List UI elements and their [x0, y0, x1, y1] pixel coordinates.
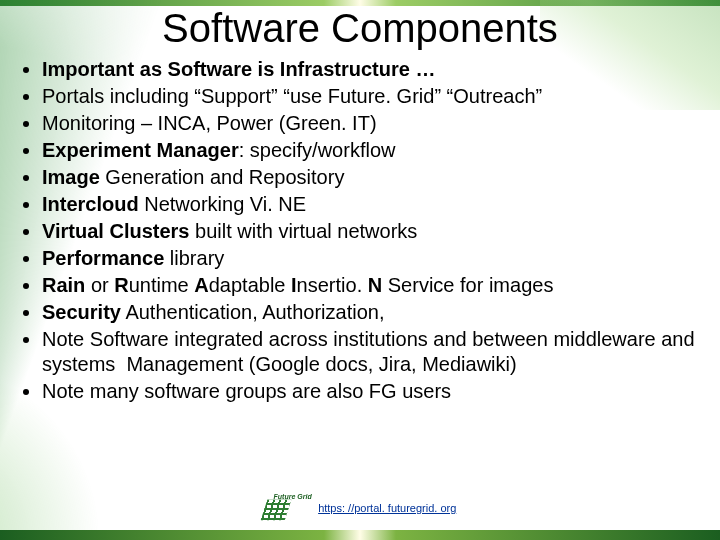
bullet-item: Rain or Runtime Adaptable Insertio. N Se… [42, 273, 700, 298]
slide-title: Software Components [20, 6, 700, 51]
bullet-item: Performance library [42, 246, 700, 271]
logo-text: Future Grid [274, 494, 312, 500]
bullet-item: Experiment Manager: specify/workflow [42, 138, 700, 163]
bullet-item: Important as Software is Infrastructure … [42, 57, 700, 82]
bullet-item: Note Software integrated across institut… [42, 327, 700, 377]
bottom-border [0, 530, 720, 540]
bullet-item: Security Authentication, Authorization, [42, 300, 700, 325]
bullet-item: Intercloud Networking Vi. NE [42, 192, 700, 217]
slide-footer: Future Grid https: //portal. futuregrid.… [0, 494, 720, 522]
bullet-item: Monitoring – INCA, Power (Green. IT) [42, 111, 700, 136]
bullet-item: Portals including “Support” “use Future.… [42, 84, 700, 109]
content-area: Software Components Important as Softwar… [0, 0, 720, 404]
bullet-item: Virtual Clusters built with virtual netw… [42, 219, 700, 244]
bullet-list: Important as Software is Infrastructure … [20, 57, 700, 404]
bullet-item: Note many software groups are also FG us… [42, 379, 700, 404]
futuregrid-logo-icon: Future Grid [264, 494, 306, 522]
portal-link[interactable]: https: //portal. futuregrid. org [318, 502, 456, 514]
bullet-item: Image Generation and Repository [42, 165, 700, 190]
slide: Software Components Important as Softwar… [0, 0, 720, 540]
